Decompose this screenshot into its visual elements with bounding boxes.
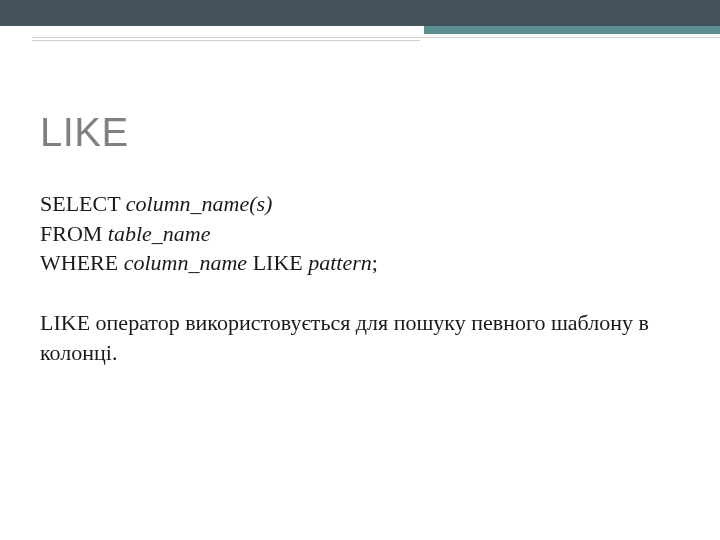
accent-teal bbox=[424, 26, 720, 34]
sql-identifier: column_name(s) bbox=[126, 191, 273, 216]
accent-line bbox=[32, 37, 720, 38]
top-bar bbox=[0, 0, 720, 26]
sql-line-where: WHERE column_name LIKE pattern; bbox=[40, 248, 680, 278]
sql-keyword: WHERE bbox=[40, 250, 124, 275]
sql-syntax-block: SELECT column_name(s) FROM table_name WH… bbox=[40, 189, 680, 278]
description-text: LIKE оператор використовується для пошук… bbox=[40, 308, 660, 367]
sql-keyword: FROM bbox=[40, 221, 108, 246]
sql-terminator: ; bbox=[372, 250, 378, 275]
accent-line-short bbox=[32, 40, 420, 41]
sql-identifier: pattern bbox=[308, 250, 372, 275]
sql-identifier: table_name bbox=[108, 221, 211, 246]
slide-content: LIKE SELECT column_name(s) FROM table_na… bbox=[0, 40, 720, 367]
sql-keyword: LIKE bbox=[247, 250, 308, 275]
accent-row bbox=[0, 26, 720, 40]
sql-line-select: SELECT column_name(s) bbox=[40, 189, 680, 219]
sql-line-from: FROM table_name bbox=[40, 219, 680, 249]
sql-keyword: SELECT bbox=[40, 191, 126, 216]
sql-identifier: column_name bbox=[124, 250, 247, 275]
slide-title: LIKE bbox=[40, 110, 680, 155]
